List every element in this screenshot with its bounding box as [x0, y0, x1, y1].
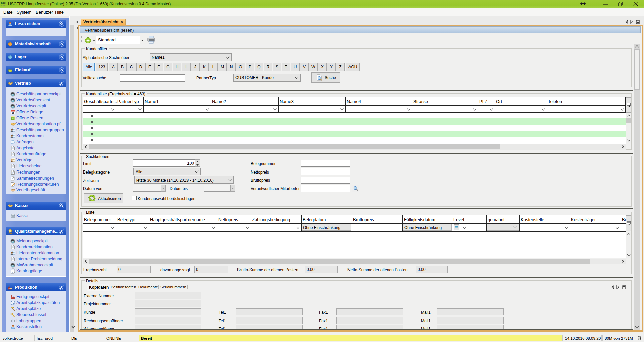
svg-text:10: 10 [12, 118, 14, 120]
svg-text:15: 15 [12, 112, 14, 114]
svg-text:erp: erp [1, 4, 5, 6]
